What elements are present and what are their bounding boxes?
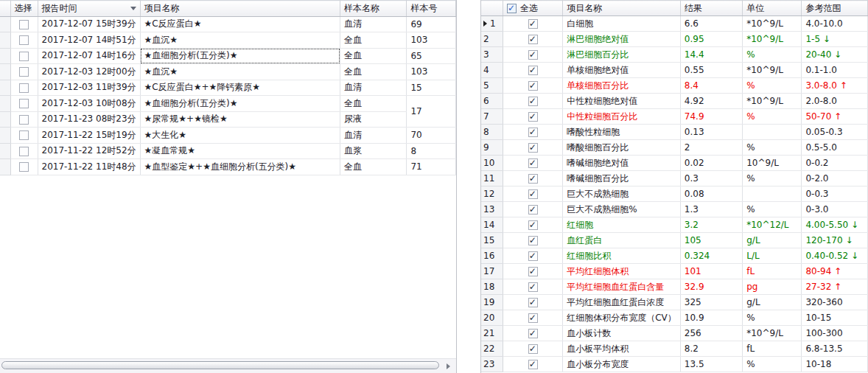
select-cell[interactable] (503, 47, 563, 63)
analyte-checkbox[interactable] (528, 174, 538, 184)
report-row[interactable]: 2017-11-22 11时48分★血型鉴定★+★血细胞分析(五分类)★全血71 (0, 159, 456, 175)
select-cell[interactable] (503, 217, 563, 233)
select-cell[interactable] (503, 341, 563, 357)
result-cell[interactable]: 10.9 (680, 310, 742, 326)
reference-range-cell[interactable]: 0.40-0.52 ↓ (802, 248, 868, 264)
select-cell[interactable] (503, 264, 563, 279)
result-cell[interactable]: 0.55 (680, 63, 742, 78)
result-row[interactable]: 8嗜酸性粒细胞0.130.05-0.3 (481, 125, 868, 140)
select-cell[interactable] (10, 16, 38, 32)
analyte-checkbox[interactable] (528, 128, 538, 137)
result-cell[interactable]: 32.9 (680, 279, 742, 295)
reference-range-cell[interactable]: 120-170 ↓ (802, 233, 868, 248)
report-checkbox[interactable] (19, 162, 29, 172)
analyte-name-cell[interactable]: 单核细胞百分比 (563, 78, 681, 94)
item-name-cell[interactable]: ★C反应蛋白★+★降钙素原★ (140, 80, 340, 96)
result-row[interactable]: 21血小板计数256*10^9/L100-300 (481, 326, 868, 341)
scrollbar-thumb[interactable] (1, 361, 439, 369)
result-cell[interactable]: 14.4 (680, 47, 742, 63)
report-row[interactable]: 2017-12-03 11时39分★C反应蛋白★+★降钙素原★血清15 (0, 80, 456, 96)
report-row[interactable]: 2017-11-23 08时23分★尿常规★+★镜检★尿液 (0, 111, 456, 128)
result-cell[interactable]: 4.92 (680, 94, 742, 109)
analyte-name-cell[interactable]: 红细胞体积分布宽度（CV） (563, 310, 681, 326)
unit-cell[interactable]: *10^9/L (743, 63, 802, 78)
sample-name-cell[interactable]: 全血 (340, 96, 407, 112)
analyte-checkbox[interactable] (528, 205, 538, 215)
result-row[interactable]: 9嗜酸细胞百分比2%0.5-5.0 (481, 140, 868, 156)
item-name-cell[interactable]: ★血沉★ (140, 32, 340, 49)
unit-cell[interactable]: g/L (743, 295, 802, 310)
reference-range-cell[interactable]: 27-32 ↑ (802, 279, 868, 295)
analyte-name-cell[interactable]: 血小板分布宽度 (563, 357, 681, 372)
select-cell[interactable] (503, 16, 563, 32)
result-row[interactable]: 2淋巴细胞绝对值0.95*10^9/L1-5 ↓ (481, 32, 868, 47)
select-cell[interactable] (10, 143, 38, 159)
unit-cell[interactable]: % (743, 47, 802, 63)
sample-name-cell[interactable]: 尿液 (340, 111, 407, 128)
col-header-result[interactable]: 结果 (680, 1, 742, 16)
reference-range-cell[interactable]: 10-15 (802, 310, 868, 326)
analyte-name-cell[interactable]: 巨大不成熟细胞 (563, 186, 681, 202)
reference-range-cell[interactable]: 6.8-13.5 (802, 341, 868, 357)
analyte-name-cell[interactable]: 白细胞 (563, 16, 681, 32)
report-row[interactable]: 2017-12-07 15时39分★C反应蛋白★血清69 (0, 16, 456, 32)
result-cell[interactable]: 0.324 (680, 248, 742, 264)
result-cell[interactable]: 0.13 (680, 125, 742, 140)
reference-range-cell[interactable]: 80-94 ↑ (802, 264, 868, 279)
col-header-item-name[interactable]: 项目名称 (140, 1, 340, 17)
item-name-cell[interactable]: ★血型鉴定★+★血细胞分析(五分类)★ (140, 159, 340, 175)
select-cell[interactable] (503, 171, 563, 186)
reference-range-cell[interactable]: 20-40 ↓ (802, 47, 868, 63)
result-cell[interactable]: 256 (680, 326, 742, 341)
result-row[interactable]: 19平均红细胞血红蛋白浓度325g/L320-360 (481, 295, 868, 310)
analyte-checkbox[interactable] (528, 143, 538, 153)
analyte-checkbox[interactable] (528, 81, 538, 91)
report-checkbox[interactable] (19, 99, 29, 108)
analyte-name-cell[interactable]: 中性粒细胞百分比 (563, 109, 681, 125)
select-cell[interactable] (10, 111, 38, 128)
result-cell[interactable]: 74.9 (680, 109, 742, 125)
sample-name-cell[interactable]: 全血 (340, 32, 407, 49)
item-name-cell[interactable]: ★血细胞分析(五分类)★ (140, 48, 340, 64)
sample-name-cell[interactable]: 血浆 (340, 143, 407, 159)
analyte-name-cell[interactable]: 血红蛋白 (563, 233, 681, 248)
report-time-cell[interactable]: 2017-12-07 14时16分 (38, 48, 140, 64)
unit-cell[interactable]: *10^9/L (743, 16, 802, 32)
item-name-cell[interactable]: ★尿常规★+★镜检★ (140, 111, 340, 128)
report-time-cell[interactable]: 2017-11-22 15时19分 (38, 128, 140, 144)
sample-no-cell[interactable]: 70 (407, 128, 456, 144)
report-time-cell[interactable]: 2017-12-03 12时00分 (38, 64, 140, 80)
select-cell[interactable] (503, 63, 563, 78)
analyte-checkbox[interactable] (528, 220, 538, 230)
analyte-checkbox[interactable] (528, 19, 538, 29)
result-cell[interactable]: 101 (680, 264, 742, 279)
analyte-checkbox[interactable] (528, 50, 538, 60)
unit-cell[interactable]: pg (743, 279, 802, 295)
reference-range-cell[interactable]: 10-18 (802, 357, 868, 372)
result-cell[interactable]: 0.02 (680, 156, 742, 171)
unit-cell[interactable]: *10^9/L (743, 32, 802, 47)
unit-cell[interactable]: % (743, 140, 802, 156)
analyte-checkbox[interactable] (528, 298, 538, 307)
select-cell[interactable] (503, 186, 563, 202)
result-cell[interactable]: 1.3 (680, 202, 742, 217)
unit-cell[interactable]: % (743, 202, 802, 217)
analyte-name-cell[interactable]: 巨大不成熟细胞% (563, 202, 681, 217)
analyte-name-cell[interactable]: 淋巴细胞绝对值 (563, 32, 681, 47)
select-all-checkbox[interactable] (507, 4, 517, 13)
result-cell[interactable]: 6.6 (680, 16, 742, 32)
unit-cell[interactable]: fL (743, 341, 802, 357)
reference-range-cell[interactable]: 50-70 ↑ (802, 109, 868, 125)
analyte-name-cell[interactable]: 血小板平均体积 (563, 341, 681, 357)
unit-cell[interactable]: fL (743, 264, 802, 279)
report-time-cell[interactable]: 2017-12-07 15时39分 (38, 16, 140, 32)
select-cell[interactable] (10, 159, 38, 175)
select-cell[interactable] (503, 109, 563, 125)
result-row[interactable]: 16红细胞比积0.324L/L0.40-0.52 ↓ (481, 248, 868, 264)
sample-no-cell[interactable]: 8 (407, 143, 456, 159)
select-cell[interactable] (503, 140, 563, 156)
result-row[interactable]: 20红细胞体积分布宽度（CV）10.9%10-15 (481, 310, 868, 326)
analyte-checkbox[interactable] (528, 360, 538, 369)
result-row[interactable]: 4单核细胞绝对值0.55*10^9/L0.1-1.0 (481, 63, 868, 78)
result-row[interactable]: 1白细胞6.6*10^9/L4.0-10.0 (481, 16, 868, 32)
